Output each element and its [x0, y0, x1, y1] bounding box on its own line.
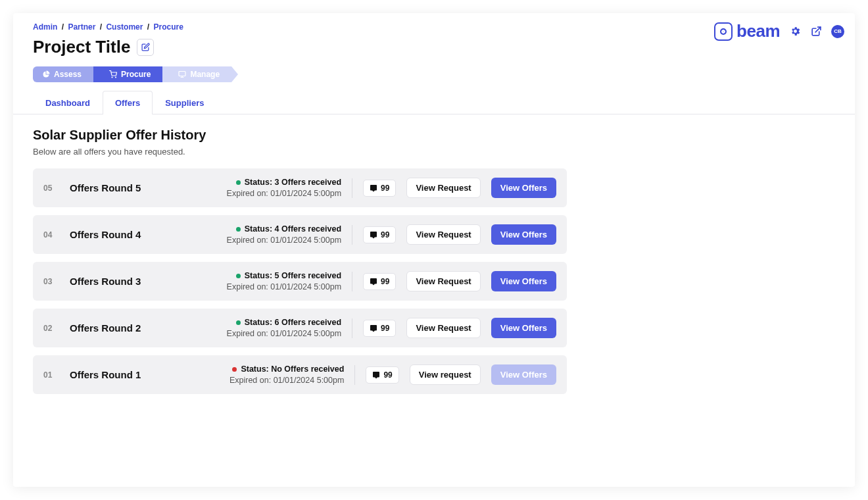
content: Solar Supplier Offer History Below are a… — [13, 114, 855, 407]
pie-chart-icon — [42, 70, 50, 78]
expiry-text: Expired on: 01/01/2024 5:00pm — [227, 282, 341, 291]
expiry-text: Expired on: 01/01/2024 5:00pm — [227, 329, 341, 338]
external-link-icon[interactable] — [810, 26, 822, 38]
offer-title: Offers Round 2 — [70, 322, 141, 334]
view-request-button[interactable]: View Request — [406, 178, 480, 198]
view-offers-button: View Offers — [491, 364, 556, 385]
divider — [352, 272, 352, 291]
chat-count-chip[interactable]: 99 — [363, 273, 396, 290]
svg-line-0 — [815, 27, 821, 32]
expiry-text: Expired on: 01/01/2024 5:00pm — [227, 189, 341, 198]
chat-icon — [370, 324, 377, 332]
offer-row: 05Offers Round 5Status: 3 Offers receive… — [33, 168, 567, 207]
view-offers-button[interactable]: View Offers — [491, 271, 556, 291]
wizard-step-assess[interactable]: Assess — [33, 66, 93, 82]
pencil-icon — [141, 43, 150, 51]
brand-text: beam — [736, 21, 780, 41]
status-dot-icon — [236, 320, 241, 325]
chat-icon — [370, 231, 377, 239]
status-label: Status: 6 Offers received — [245, 318, 341, 327]
brand-mark-icon — [714, 22, 733, 41]
status-label: Status: 5 Offers received — [245, 271, 341, 280]
view-request-button[interactable]: View Request — [406, 271, 480, 291]
tab-bar: Dashboard Offers Suppliers — [13, 90, 855, 114]
tab-offers[interactable]: Offers — [103, 91, 153, 114]
offer-number: 04 — [43, 230, 59, 239]
status-dot-icon — [236, 274, 241, 278]
view-offers-button[interactable]: View Offers — [491, 224, 556, 245]
offer-number: 02 — [43, 324, 59, 333]
divider — [354, 365, 355, 385]
status-dot-icon — [236, 227, 241, 232]
wizard-step-label: Assess — [54, 70, 82, 79]
offer-title: Offers Round 3 — [70, 276, 141, 287]
chat-count: 99 — [381, 277, 389, 286]
wizard-step-procure[interactable]: Procure — [93, 66, 162, 82]
status-block: Status: 3 Offers receivedExpired on: 01/… — [227, 178, 341, 198]
offer-number: 05 — [43, 184, 59, 193]
view-offers-button[interactable]: View Offers — [491, 178, 556, 198]
view-request-button[interactable]: View Request — [406, 224, 480, 245]
view-offers-button[interactable]: View Offers — [491, 318, 556, 338]
brand-logo: beam — [714, 21, 780, 41]
breadcrumb-item[interactable]: Admin — [33, 22, 57, 32]
divider — [352, 225, 352, 245]
offer-row: 02Offers Round 2Status: 6 Offers receive… — [33, 309, 567, 347]
chat-count-chip[interactable]: 99 — [363, 226, 396, 243]
chat-icon — [370, 278, 377, 286]
svg-rect-3 — [179, 72, 185, 76]
topbar: beam CB — [714, 21, 844, 41]
svg-point-1 — [112, 77, 112, 78]
offer-title: Offers Round 1 — [70, 369, 141, 380]
wizard-steps: Assess Procure Manage — [33, 66, 835, 82]
offer-row: 01Offers Round 1Status: No Offers receiv… — [33, 355, 567, 394]
section-title: Solar Supplier Offer History — [33, 128, 835, 143]
offers-list: 05Offers Round 5Status: 3 Offers receive… — [33, 168, 567, 394]
chat-count-chip[interactable]: 99 — [363, 320, 396, 337]
divider — [352, 318, 352, 338]
page-title: Project Title — [33, 37, 130, 57]
chat-count: 99 — [381, 184, 389, 193]
status-block: Status: 5 Offers receivedExpired on: 01/… — [227, 271, 341, 291]
status-dot-icon — [236, 180, 241, 185]
gear-icon[interactable] — [789, 26, 801, 38]
divider — [352, 178, 352, 198]
section-subtitle: Below are all offers you have requested. — [33, 147, 835, 157]
chat-count: 99 — [383, 370, 392, 380]
view-request-button[interactable]: View Request — [406, 318, 480, 338]
tab-dashboard[interactable]: Dashboard — [33, 91, 103, 114]
breadcrumb-item[interactable]: Procure — [153, 22, 183, 32]
offer-title: Offers Round 4 — [70, 229, 141, 240]
chat-count: 99 — [381, 324, 389, 333]
tab-suppliers[interactable]: Suppliers — [153, 91, 216, 114]
chat-icon — [370, 184, 377, 192]
cart-icon — [109, 70, 117, 78]
offer-title: Offers Round 5 — [70, 182, 141, 193]
wizard-step-label: Manage — [190, 70, 220, 79]
breadcrumb-item[interactable]: Customer — [106, 22, 143, 32]
offer-number: 03 — [43, 277, 59, 286]
wizard-step-label: Procure — [121, 70, 151, 79]
svg-point-2 — [116, 77, 116, 78]
edit-title-button[interactable] — [137, 39, 154, 56]
status-label: Status: No Offers received — [241, 364, 344, 374]
status-block: Status: 6 Offers receivedExpired on: 01/… — [227, 318, 341, 338]
chat-count-chip[interactable]: 99 — [363, 180, 396, 197]
chat-count-chip[interactable]: 99 — [366, 366, 398, 384]
chat-icon — [372, 371, 380, 379]
app-frame: beam CB Admin / Partner / Customer / Pro… — [13, 13, 855, 487]
expiry-text: Expired on: 01/01/2024 5:00pm — [227, 236, 341, 245]
offer-row: 04Offers Round 4Status: 4 Offers receive… — [33, 215, 567, 254]
status-dot-icon — [232, 367, 237, 372]
status-block: Status: 4 Offers receivedExpired on: 01/… — [227, 224, 341, 245]
status-label: Status: 4 Offers received — [245, 224, 341, 234]
status-label: Status: 3 Offers received — [245, 178, 341, 187]
offer-row: 03Offers Round 3Status: 5 Offers receive… — [33, 262, 567, 301]
status-block: Status: No Offers receivedExpired on: 01… — [229, 364, 344, 385]
view-request-button[interactable]: View request — [410, 364, 481, 385]
expiry-text: Expired on: 01/01/2024 5:00pm — [229, 376, 344, 385]
wizard-step-manage[interactable]: Manage — [162, 66, 231, 82]
chat-count: 99 — [381, 230, 389, 239]
breadcrumb-item[interactable]: Partner — [68, 22, 95, 32]
avatar[interactable]: CB — [831, 25, 844, 38]
